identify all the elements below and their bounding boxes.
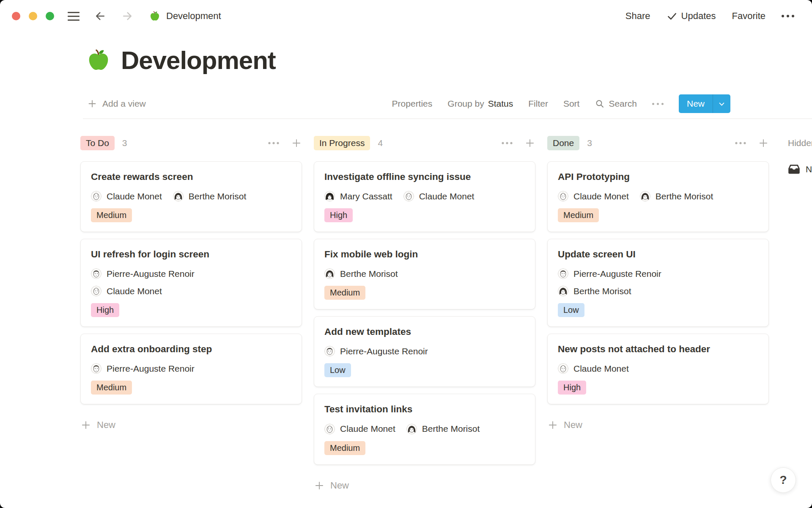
search-button[interactable]: Search bbox=[595, 99, 637, 109]
add-card-button[interactable]: New bbox=[547, 420, 769, 431]
favorite-button[interactable]: Favorite bbox=[732, 11, 765, 22]
add-card-button[interactable]: New bbox=[314, 480, 535, 491]
card-title: Create rewards screen bbox=[91, 171, 291, 183]
hidden-columns-label[interactable]: Hidden bbox=[788, 138, 812, 148]
assignee-name: Pierre-Auguste Renoir bbox=[340, 346, 428, 356]
assignee-berthe-morisot: Berthe Morisot bbox=[406, 424, 480, 434]
card-add-new-templates[interactable]: Add new templatesPierre-Auguste RenoirLo… bbox=[314, 316, 535, 387]
assignee-name: Claude Monet bbox=[573, 191, 629, 202]
column-status-chip: To Do bbox=[80, 136, 115, 150]
share-button[interactable]: Share bbox=[625, 11, 650, 22]
assignee-name: Pierre-Auguste Renoir bbox=[107, 364, 195, 374]
card-fix-mobile-web-login[interactable]: Fix mobile web loginBerthe MorisotMedium bbox=[314, 239, 535, 309]
assignee-name: Berthe Morisot bbox=[656, 191, 713, 202]
column-more-options-icon[interactable] bbox=[267, 141, 280, 145]
assignee-claude-monet: Claude Monet bbox=[403, 191, 475, 202]
card-update-screen-ui[interactable]: Update screen UIPierre-Auguste RenoirBer… bbox=[547, 239, 769, 327]
plus-icon bbox=[314, 480, 325, 491]
card-title: Test invitation links bbox=[324, 403, 525, 415]
assignee-name: Claude Monet bbox=[107, 191, 162, 202]
sidebar-menu-icon[interactable] bbox=[68, 12, 80, 21]
assignee-berthe-morisot: Berthe Morisot bbox=[324, 268, 398, 279]
zoom-window-button[interactable] bbox=[46, 12, 54, 20]
assignee-claude-monet: Claude Monet bbox=[558, 363, 629, 374]
filter-button[interactable]: Filter bbox=[528, 99, 548, 109]
updates-button[interactable]: Updates bbox=[667, 11, 716, 22]
card-test-invitation-links[interactable]: Test invitation linksClaude MonetBerthe … bbox=[314, 394, 535, 464]
help-button[interactable]: ? bbox=[771, 467, 796, 493]
sort-button[interactable]: Sort bbox=[563, 99, 580, 109]
column-status-chip: In Progress bbox=[314, 136, 370, 150]
add-view-button[interactable]: Add a view bbox=[87, 99, 146, 109]
priority-tag-medium: Medium bbox=[91, 381, 132, 395]
column-done: Done3API PrototypingClaude MonetBerthe M… bbox=[547, 134, 769, 491]
green-apple-icon bbox=[149, 10, 161, 22]
properties-button[interactable]: Properties bbox=[392, 99, 433, 109]
assignee-berthe-morisot: Berthe Morisot bbox=[640, 191, 713, 202]
card-api-prototyping[interactable]: API PrototypingClaude MonetBerthe Moriso… bbox=[547, 161, 769, 232]
assignee-pierre-auguste-renoir: Pierre-Auguste Renoir bbox=[558, 268, 758, 279]
column-card-count: 4 bbox=[378, 138, 383, 148]
avatar-berthe-morisot bbox=[324, 268, 335, 279]
assignee-name: Berthe Morisot bbox=[422, 424, 480, 434]
avatar-berthe-morisot bbox=[640, 191, 650, 202]
avatar-mary-cassatt bbox=[324, 191, 335, 202]
inbox-icon bbox=[788, 163, 800, 175]
column-add-card-icon[interactable] bbox=[524, 138, 535, 149]
hidden-group-no-status[interactable]: No Status bbox=[788, 163, 812, 175]
assignee-berthe-morisot: Berthe Morisot bbox=[173, 191, 247, 202]
forward-arrow-icon[interactable] bbox=[121, 10, 134, 22]
page-icon-green-apple[interactable] bbox=[85, 47, 112, 73]
assignee-mary-cassatt: Mary Cassatt bbox=[324, 191, 392, 202]
assignee-name: Berthe Morisot bbox=[340, 269, 398, 279]
new-dropdown-button[interactable] bbox=[713, 94, 730, 113]
assignee-name: Berthe Morisot bbox=[189, 191, 247, 202]
card-title: Add extra onboarding step bbox=[91, 343, 291, 355]
avatar-pierre-auguste-renoir bbox=[91, 268, 102, 279]
notion-window: Development Share Updates Favorite Devel… bbox=[0, 0, 812, 508]
back-arrow-icon[interactable] bbox=[94, 10, 107, 22]
view-more-options-icon[interactable] bbox=[652, 103, 664, 105]
column-more-options-icon[interactable] bbox=[734, 141, 747, 145]
column-add-card-icon[interactable] bbox=[758, 138, 769, 149]
hidden-columns-section: Hidden No Status bbox=[781, 134, 812, 491]
new-button[interactable]: New bbox=[679, 94, 730, 113]
new-button-label[interactable]: New bbox=[679, 94, 713, 113]
card-ui-refresh-for-login-screen[interactable]: UI refresh for login screenPierre-August… bbox=[80, 239, 302, 327]
card-investigate-offline-syncing-issue[interactable]: Investigate offline syncing issueMary Ca… bbox=[314, 161, 535, 232]
column-add-card-icon[interactable] bbox=[291, 138, 302, 149]
more-options-icon[interactable] bbox=[782, 15, 794, 17]
avatar-pierre-auguste-renoir bbox=[558, 268, 568, 279]
column-in-progress: In Progress4Investigate offline syncing … bbox=[314, 134, 535, 491]
priority-tag-medium: Medium bbox=[558, 208, 599, 222]
assignee-berthe-morisot: Berthe Morisot bbox=[558, 286, 758, 296]
card-title: Add new templates bbox=[324, 326, 525, 338]
card-title: New posts not attached to header bbox=[558, 343, 758, 355]
assignee-pierre-auguste-renoir: Pierre-Auguste Renoir bbox=[324, 346, 428, 356]
priority-tag-medium: Medium bbox=[91, 208, 132, 222]
assignee-name: Claude Monet bbox=[573, 364, 629, 374]
assignee-claude-monet: Claude Monet bbox=[91, 191, 162, 202]
assignee-name: Claude Monet bbox=[107, 286, 162, 296]
card-title: Fix mobile web login bbox=[324, 248, 525, 260]
card-title: Investigate offline syncing issue bbox=[324, 171, 525, 183]
priority-tag-high: High bbox=[91, 303, 119, 317]
minimize-window-button[interactable] bbox=[29, 12, 37, 20]
close-window-button[interactable] bbox=[12, 12, 20, 20]
group-by-value: Status bbox=[488, 99, 513, 109]
plus-icon bbox=[80, 420, 91, 431]
group-by-button[interactable]: Group by Status bbox=[447, 99, 513, 109]
breadcrumb-title: Development bbox=[166, 11, 221, 22]
priority-tag-high: High bbox=[558, 381, 586, 395]
add-card-button[interactable]: New bbox=[80, 420, 302, 431]
breadcrumb[interactable]: Development bbox=[149, 10, 221, 22]
column-more-options-icon[interactable] bbox=[501, 141, 513, 145]
avatar-claude-monet bbox=[558, 363, 568, 374]
card-new-posts-not-attached-to-header[interactable]: New posts not attached to headerClaude M… bbox=[547, 334, 769, 404]
page-title[interactable]: Development bbox=[121, 46, 276, 75]
card-create-rewards-screen[interactable]: Create rewards screenClaude MonetBerthe … bbox=[80, 161, 302, 232]
card-title: UI refresh for login screen bbox=[91, 248, 291, 260]
avatar-berthe-morisot bbox=[173, 191, 184, 202]
assignee-name: Pierre-Auguste Renoir bbox=[573, 269, 661, 279]
card-add-extra-onboarding-step[interactable]: Add extra onboarding stepPierre-Auguste … bbox=[80, 334, 302, 404]
